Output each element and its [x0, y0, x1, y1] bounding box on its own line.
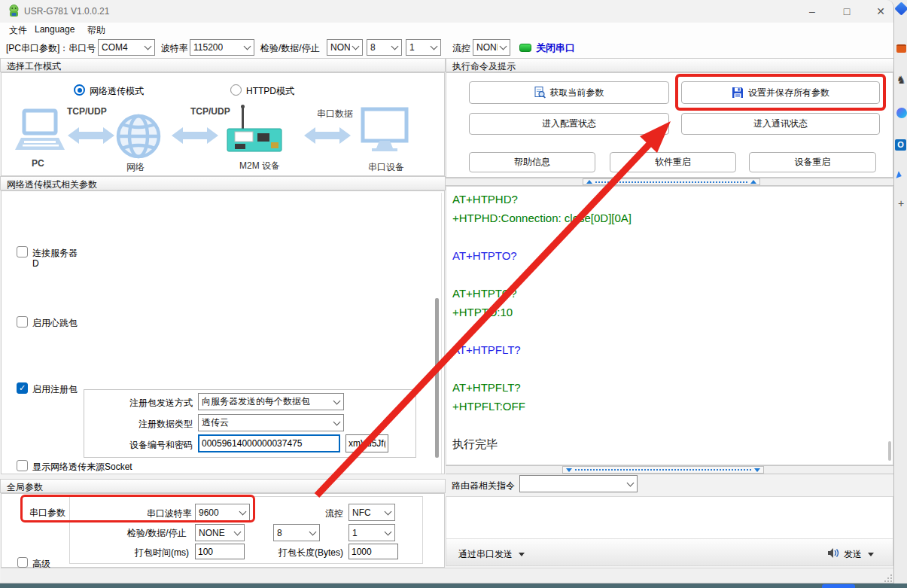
enter-comm-button[interactable]: 进入通讯状态: [681, 113, 880, 135]
show-socket-label: 显示网络透传来源Socket: [32, 461, 132, 474]
send-input-area[interactable]: [446, 497, 893, 538]
g-databits-value: 8: [277, 528, 282, 538]
get-params-button[interactable]: 获取当前参数: [469, 81, 669, 104]
reg-type-select[interactable]: 透传云: [198, 414, 344, 431]
set-save-params-button[interactable]: 设置并保存所有参数: [681, 81, 880, 104]
collapse-down-icon: [754, 468, 760, 472]
left-scrollbar-thumb[interactable]: [435, 298, 439, 458]
pack-len-label: 打包长度(Bytes): [278, 547, 343, 559]
terminal-line: [452, 227, 881, 246]
serial-data-label: 串口数据: [317, 108, 353, 120]
collapse-up-icon: [750, 180, 756, 184]
checkbox-show-socket[interactable]: [17, 460, 28, 471]
pack-time-input[interactable]: [195, 544, 245, 559]
taskbar-sliver: [0, 583, 907, 588]
g-flow-select[interactable]: NFC: [348, 504, 395, 521]
baud-select[interactable]: 115200: [190, 39, 254, 56]
checkbox-heartbeat[interactable]: [17, 316, 28, 328]
flow-value: NONE: [476, 42, 498, 53]
menubar: 文件 Language 帮助: [0, 23, 893, 36]
reg-type-label: 注册数据类型: [138, 418, 193, 431]
left-scrollbar-track: [441, 193, 442, 474]
com-port-select[interactable]: COM4: [98, 39, 155, 56]
speaker-icon: [827, 547, 840, 559]
serial-group-label: 串口参数: [29, 507, 65, 519]
chevron-down-icon: [627, 479, 635, 486]
flow-select[interactable]: NONE: [473, 39, 510, 56]
parity-select[interactable]: NONI: [327, 39, 363, 56]
device-id-input[interactable]: [198, 434, 340, 452]
register-packet-label: 启用注册包: [32, 383, 78, 396]
soft-restart-button[interactable]: 软件重启: [610, 152, 736, 172]
heartbeat-label: 启用心跳包: [32, 317, 78, 330]
chevron-down-icon: [391, 43, 399, 50]
send-via-serial-dropdown[interactable]: 通过串口发送: [458, 548, 513, 561]
splitter-top-handle[interactable]: [583, 178, 760, 185]
terminal-output[interactable]: AT+HTPHD?+HTPHD:Connection: close[0D][0A…: [446, 186, 893, 465]
desktop-icon-plus[interactable]: +: [898, 197, 904, 209]
m2m-label: M2M 设备: [239, 160, 280, 172]
connect-server-label-2: D: [32, 258, 39, 269]
resize-grip-icon[interactable]: [887, 577, 889, 579]
desktop-icon-blue-diamond[interactable]: [894, 2, 907, 15]
device-restart-button[interactable]: 设备重启: [749, 152, 876, 172]
net-params-panel: 连接服务器 D 启用心跳包 启用注册包 注册包发送方式 向服务器发送的每个数据包…: [1, 190, 445, 474]
reg-mode-select[interactable]: 向服务器发送的每个数据包: [198, 393, 344, 410]
serial-toolbar: [PC串口参数]：串口号 COM4 波特率 115200 检验/数据/停止 NO…: [0, 36, 893, 59]
terminal-scrollbar-thumb[interactable]: [888, 441, 891, 461]
caret-down-icon[interactable]: [519, 553, 525, 556]
g-stopbits-select[interactable]: 1: [348, 524, 395, 541]
arrow-left-right-icon: [304, 127, 351, 144]
parity-value: NONI: [330, 42, 350, 53]
global-params-panel: 串口参数 串口波特率 9600 流控 NFC 检验/数据/停止 NONE 8 1…: [1, 493, 445, 568]
radio-httpd-mode[interactable]: [230, 84, 242, 96]
maximize-button[interactable]: □: [832, 0, 862, 23]
desktop-icon-cursor[interactable]: [896, 171, 902, 179]
g-parity-select[interactable]: NONE: [195, 524, 245, 541]
g-flow-value: NFC: [352, 507, 371, 518]
collapse-down-icon: [566, 468, 572, 472]
desktop-icon-copilot[interactable]: [896, 108, 907, 118]
app-icon: [8, 5, 20, 18]
taskbar-active-app[interactable]: [822, 584, 855, 588]
stopbits-select[interactable]: 1: [406, 39, 441, 56]
checkbox-connect-server[interactable]: [17, 246, 28, 257]
menu-file[interactable]: 文件: [9, 24, 27, 37]
g-baud-select[interactable]: 9600: [195, 504, 250, 521]
help-info-label: 帮助信息: [514, 156, 550, 169]
save-icon: [732, 87, 744, 99]
radio-httpd-label: HTTPD模式: [246, 85, 294, 98]
radio-net-transparent-mode[interactable]: [74, 84, 85, 96]
help-info-button[interactable]: 帮助信息: [469, 152, 595, 172]
router-cmd-select[interactable]: [519, 475, 638, 492]
caret-down-icon[interactable]: [868, 553, 874, 556]
enter-config-button[interactable]: 进入配置状态: [469, 113, 669, 135]
desktop-icon-toolbox[interactable]: [896, 44, 906, 53]
g-databits-select[interactable]: 8: [273, 524, 320, 541]
chevron-down-icon: [145, 43, 152, 50]
tcp-udp-label-1: TCP/UDP: [67, 106, 107, 117]
g-flow-label: 流控: [325, 507, 343, 520]
exec-buttons-panel: 获取当前参数 设置并保存所有参数 进入配置状态 进入通讯状态 帮助信息 软件重启…: [446, 72, 893, 178]
send-button[interactable]: 发送: [844, 548, 862, 561]
splitter-bottom-handle[interactable]: [562, 466, 764, 474]
checkbox-advanced[interactable]: [17, 557, 28, 568]
checkbox-register-packet[interactable]: [17, 382, 28, 394]
minimize-button[interactable]: –: [797, 0, 827, 23]
desktop-icon-chess[interactable]: ♞: [896, 74, 906, 86]
close-port-link[interactable]: 关闭串口: [536, 41, 575, 55]
close-button[interactable]: ✕: [866, 0, 894, 23]
pc-icon: [15, 111, 65, 150]
databits-select[interactable]: 8: [367, 39, 402, 56]
baud-value: 115200: [193, 42, 223, 53]
device-password-input[interactable]: [345, 434, 388, 452]
desktop-icon-outlook[interactable]: O: [895, 139, 906, 151]
pc-label: PC: [32, 158, 44, 169]
enter-comm-label: 进入通讯状态: [753, 117, 808, 130]
network-label: 网络: [126, 161, 145, 174]
menu-help[interactable]: 帮助: [87, 24, 105, 37]
status-bar: [1, 568, 893, 583]
splitter-bottom: [446, 465, 893, 474]
menu-language[interactable]: Language: [35, 24, 75, 35]
pack-len-input[interactable]: [348, 544, 398, 559]
